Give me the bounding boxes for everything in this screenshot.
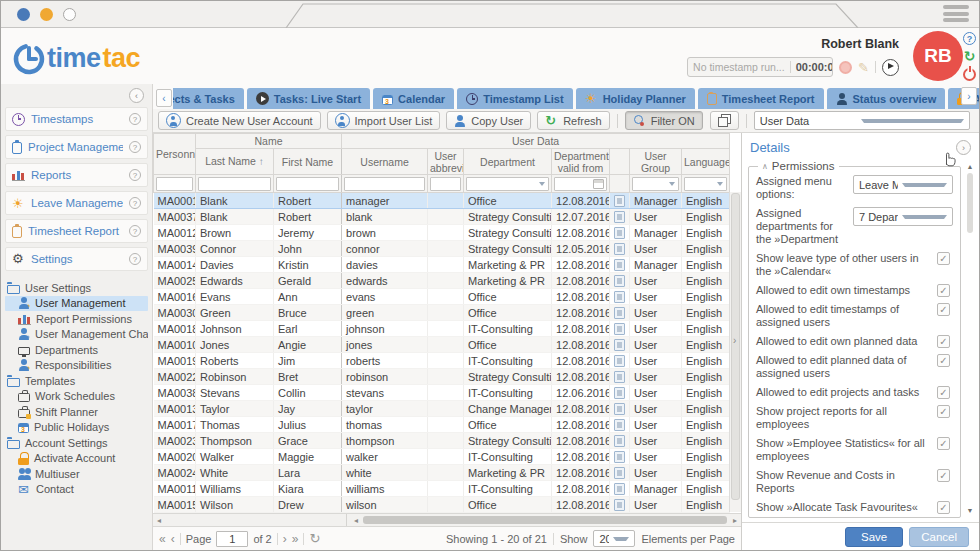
- permission-select-assigned-menu-options[interactable]: Leave Management.: [853, 175, 953, 194]
- page-input[interactable]: [216, 531, 248, 547]
- column-header-first-name[interactable]: First Name: [274, 149, 342, 175]
- column-header-language[interactable]: Language: [682, 149, 730, 175]
- table-row[interactable]: MA0001BlankRobertmanagerOffice12.08.2016…: [154, 193, 730, 209]
- grid-horizontal-scrollbar[interactable]: [153, 513, 741, 526]
- row-note-icon[interactable]: [614, 483, 625, 495]
- details-collapse-button[interactable]: [956, 140, 971, 155]
- row-note-icon[interactable]: [614, 435, 625, 447]
- filter-select-department[interactable]: [466, 177, 549, 191]
- filter-on-button[interactable]: Filter ON: [625, 111, 703, 130]
- edit-note-icon[interactable]: [858, 61, 869, 74]
- timestamp-combo[interactable]: No timestamp run... 00:00:00: [687, 57, 833, 77]
- hamburger-menu-icon[interactable]: [943, 5, 969, 25]
- table-row[interactable]: MA0014DaviesKristindaviesMarketing & PR1…: [154, 257, 730, 273]
- filter-date-department-valid-from[interactable]: [554, 177, 607, 191]
- row-note-icon[interactable]: [614, 259, 625, 271]
- row-note-icon[interactable]: [614, 275, 625, 287]
- tab-timestamp-list[interactable]: Timestamp List: [457, 88, 573, 109]
- column-header-personnel[interactable]: Personn...: [154, 134, 196, 175]
- tree-section-templates[interactable]: Templates: [5, 373, 148, 389]
- table-row[interactable]: MA0025EdwardsGeraldedwardsMarketing & PR…: [154, 273, 730, 289]
- row-note-icon[interactable]: [614, 211, 625, 223]
- tree-section-account-settings[interactable]: Account Settings: [5, 435, 148, 451]
- filter-select-language[interactable]: [684, 177, 727, 191]
- table-row[interactable]: MA0039ConnorJohnconnorStrategy Consultin…: [154, 241, 730, 257]
- sidebar-collapse-button[interactable]: [129, 88, 144, 103]
- permission-checkbox[interactable]: [937, 386, 950, 399]
- table-row[interactable]: MA0038StevansCollinstevansIT-Consulting1…: [154, 385, 730, 401]
- tree-item-shift-planner[interactable]: Shift Planner: [5, 404, 148, 420]
- refresh-button[interactable]: Refresh: [537, 111, 610, 130]
- row-note-icon[interactable]: [614, 243, 625, 255]
- scrollbar-thumb[interactable]: [967, 173, 973, 233]
- row-note-icon[interactable]: [614, 419, 625, 431]
- tree-item-work-schedules[interactable]: Work Schedules: [5, 389, 148, 405]
- cancel-button[interactable]: Cancel: [909, 527, 969, 547]
- permission-checkbox[interactable]: [937, 303, 950, 316]
- tab-tasks-live-start[interactable]: Tasks: Live Start: [247, 88, 370, 109]
- sidebar-item-leave-management[interactable]: Leave Management: [5, 191, 148, 215]
- help-icon[interactable]: [129, 113, 141, 125]
- grid-refresh-icon[interactable]: [309, 531, 320, 546]
- tree-item-user-management[interactable]: User Management: [5, 296, 148, 312]
- scroll-left-icon[interactable]: [350, 514, 362, 526]
- row-note-icon[interactable]: [614, 451, 625, 463]
- copy-user-button[interactable]: Copy User: [446, 111, 531, 130]
- filter-input-first-name[interactable]: [276, 177, 339, 191]
- tree-item-user-management-changelog[interactable]: User Management Changelog: [5, 327, 148, 343]
- table-row[interactable]: MA0019RobertsJimrobertsIT-Consulting12.0…: [154, 353, 730, 369]
- print-columns-button[interactable]: [710, 111, 739, 130]
- table-row[interactable]: MA0023ThompsonGracethompsonStrategy Cons…: [154, 433, 730, 449]
- table-row[interactable]: MA0030GreenBrucegreenOffice12.08.2016Use…: [154, 305, 730, 321]
- table-row[interactable]: MA0020WalkerMaggiewalkerIT-Consulting12.…: [154, 449, 730, 465]
- create-new-user-button[interactable]: Create New User Account: [158, 111, 321, 130]
- filter-input-username[interactable]: [344, 177, 425, 191]
- scroll-up-icon[interactable]: [965, 163, 975, 170]
- filter-input-user-abbrevi[interactable]: [430, 177, 461, 191]
- table-row[interactable]: MA0018JohnsonEarljohnsonIT-Consulting12.…: [154, 321, 730, 337]
- import-user-list-button[interactable]: Import User List: [327, 111, 441, 130]
- row-note-icon[interactable]: [614, 355, 625, 367]
- first-page-button[interactable]: [159, 533, 166, 545]
- current-user-name[interactable]: Robert Blank: [821, 37, 899, 51]
- tree-item-multiuser[interactable]: Multiuser: [5, 466, 148, 482]
- help-icon[interactable]: [129, 169, 141, 181]
- column-header-user-group[interactable]: User Group: [630, 149, 682, 175]
- permission-checkbox[interactable]: [937, 501, 950, 514]
- row-note-icon[interactable]: [614, 403, 625, 415]
- tab-timesheet-report[interactable]: Timesheet Report: [698, 88, 824, 109]
- column-header-user-abbrevi[interactable]: User abbrevi...: [428, 149, 464, 175]
- tree-item-report-permissions[interactable]: Report Permissions: [5, 311, 148, 327]
- row-note-icon[interactable]: [614, 291, 625, 303]
- refresh-icon[interactable]: [964, 50, 976, 63]
- permission-checkbox[interactable]: [937, 469, 950, 482]
- tab-scroll-left-button[interactable]: [156, 89, 172, 107]
- table-row[interactable]: MA0016EvansAnnevansOffice12.08.2016UserE…: [154, 289, 730, 305]
- grid-vertical-scrollbar[interactable]: [729, 192, 741, 512]
- row-note-icon[interactable]: [614, 227, 625, 239]
- table-row[interactable]: MA0017ThomasJuliusthomasOffice12.08.2016…: [154, 417, 730, 433]
- help-icon[interactable]: [129, 197, 141, 209]
- table-row[interactable]: MA0037BlankRobertblankStrategy Consultin…: [154, 209, 730, 225]
- column-header-last-name[interactable]: Last Name: [196, 149, 274, 175]
- scroll-left-icon[interactable]: [153, 514, 165, 526]
- row-note-icon[interactable]: [614, 387, 625, 399]
- help-icon[interactable]: [129, 225, 141, 237]
- last-page-button[interactable]: [292, 533, 299, 545]
- permission-checkbox[interactable]: [937, 437, 950, 450]
- table-row[interactable]: MA0013TaylorJaytaylorChange Management12…: [154, 401, 730, 417]
- column-header-username[interactable]: Username: [342, 149, 428, 175]
- tab-scroll-right-button[interactable]: [961, 87, 977, 105]
- save-button[interactable]: Save: [845, 527, 903, 547]
- sidebar-item-settings[interactable]: Settings: [5, 247, 148, 271]
- permission-checkbox[interactable]: [937, 284, 950, 297]
- tree-item-departments[interactable]: Departments: [5, 342, 148, 358]
- page-size-select[interactable]: 20: [593, 530, 635, 547]
- filter-select-user-group[interactable]: [632, 177, 679, 191]
- row-note-icon[interactable]: [614, 339, 625, 351]
- stop-record-icon[interactable]: [839, 61, 852, 74]
- tree-item-activate-account[interactable]: Activate Account: [5, 451, 148, 467]
- permission-checkbox[interactable]: [937, 252, 950, 265]
- view-select[interactable]: User Data: [754, 111, 970, 130]
- sidebar-item-timesheet-report[interactable]: Timesheet Report: [5, 219, 148, 243]
